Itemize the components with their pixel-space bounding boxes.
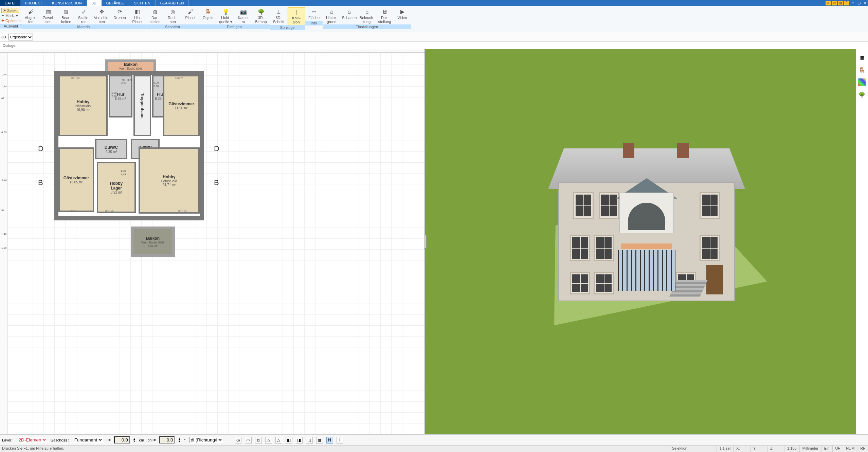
help-icon[interactable]: ? (844, 1, 849, 5)
room-gaeste-r[interactable]: Gästezimmer11,96 m² (163, 75, 200, 136)
kamera-label: Kame- ra (238, 16, 249, 24)
phi-step-down[interactable]: ▼ (178, 440, 181, 442)
ribbon-bearbeiten[interactable]: ▨Bear- beiten (57, 7, 75, 24)
bitmap3d-icon: 🌳 (257, 8, 265, 16)
ribbon-bitmap3d[interactable]: 🌳3D- Bitmap (252, 7, 270, 24)
room-lager[interactable]: Hobby Lager8,92 m² (97, 162, 136, 213)
flaeche-label: Fläche (308, 16, 320, 20)
ribbon-flaeche[interactable]: ▭Fläche (305, 7, 323, 21)
dim-v1: 1,44 (1, 73, 7, 76)
ribbon-zuweisen[interactable]: ▧Zuwei- sen (40, 7, 57, 24)
pinsel-label: Pinsel (185, 16, 196, 20)
ribbon-pinsel[interactable]: 🖌Pinsel (182, 7, 199, 24)
status-bar: Drücken Sie F1, um Hilfe zu erhalten. Se… (0, 445, 868, 452)
menu-sichten[interactable]: SICHTEN (129, 0, 155, 6)
ribbon-video[interactable]: ▶Video (394, 7, 411, 24)
ribbon-hintergrund[interactable]: ⌂Hinter- grund (323, 7, 341, 24)
clock-icon[interactable]: ◷ (235, 437, 241, 444)
menu-bearbeiten[interactable]: BEARBEITEN (156, 0, 189, 6)
ribbon-verschieben[interactable]: ✥Verschie- ben (93, 7, 111, 24)
floorplan: HobbyNähstudio19,90 m² Flur6,85 m² Trepp… (54, 71, 204, 220)
room-gaeste-l[interactable]: Gästezimmer13,85 m² (58, 147, 94, 212)
menu-konstruktion[interactable]: KONSTRUKTION (47, 0, 87, 6)
screen-icon[interactable]: ▭ (245, 437, 252, 444)
room-balkon-bot[interactable]: Balkon Wohnfläche 50% 4,51 m² (131, 227, 175, 257)
optionen-button[interactable]: ✚ Optionen (1, 19, 21, 23)
phi-input[interactable] (159, 436, 175, 444)
status-uf: UF (832, 446, 843, 452)
mark-dropdown[interactable]: ✦ Mark. ▾ (1, 14, 18, 18)
menu-gelaende[interactable]: GELÄNDE (102, 0, 129, 6)
ribbon-kollision[interactable]: ‖Kolli- sion (288, 7, 305, 25)
ribbon-drehen[interactable]: ⟳Drehen (111, 7, 129, 24)
ribbon-schatten2[interactable]: ⌂Schatten (341, 7, 358, 24)
room-hobby1[interactable]: HobbyNähstudio19,90 m² (58, 75, 108, 136)
group-g-einfuegen: Einfügen (199, 24, 270, 29)
grid-icon[interactable]: ▦ (316, 437, 323, 444)
menu-datei[interactable]: DATEI (0, 0, 20, 6)
status-z: Z: (767, 446, 784, 452)
zuweisen-icon: ▧ (44, 8, 53, 16)
ribbon-objekt[interactable]: 🪑Objekt (199, 7, 217, 24)
ribbon-kamera[interactable]: 📷Kame- ra (235, 7, 252, 24)
ribbon-rechnen[interactable]: ◎Rech- nen (164, 7, 182, 24)
menu-3d[interactable]: 3D (87, 0, 102, 6)
geschoss-select[interactable]: Fundament (73, 437, 103, 443)
tool-icon-2[interactable]: ▭ (832, 1, 837, 5)
house-model (551, 138, 742, 315)
splitter-handle[interactable] (424, 235, 427, 249)
hinpinsel-label: Hin. Pinsel (132, 16, 143, 24)
ribbon-hinpinsel[interactable]: ◧Hin. Pinsel (129, 7, 146, 24)
minimize-icon[interactable]: ━ (850, 1, 855, 5)
l-input[interactable] (114, 436, 130, 444)
ribbon-lichtquelle[interactable]: 💡Licht- quelle ▾ (217, 7, 235, 24)
group-icon[interactable]: ⧉ (255, 437, 262, 444)
select-button[interactable]: ➤ Selekt (1, 8, 19, 13)
room-duwc1[interactable]: Du/WC4,20 m² (95, 139, 127, 159)
poly-icon[interactable]: △ (275, 437, 282, 444)
box-icon[interactable]: ◫ (306, 437, 313, 444)
maximize-icon[interactable]: ▢ (856, 1, 862, 5)
brh-1: BRH 70 (71, 77, 80, 79)
balcony-3d (621, 243, 672, 249)
menu-projekt[interactable]: PROJEKT (20, 0, 48, 6)
layer-select[interactable]: 2D-Elemen (17, 437, 47, 443)
darstellung-icon: 🖥 (381, 8, 389, 16)
layers3-icon[interactable]: ◨ (296, 437, 303, 444)
ribbon-darstellung[interactable]: 🖥Dar- stellung (376, 7, 394, 24)
house-icon[interactable]: ⌂ (265, 437, 272, 444)
bottom-toolbar: Layer : 2D-Elemen Geschoss : Fundament l… (0, 434, 868, 445)
chair-icon[interactable]: 🪑 (858, 66, 866, 74)
tool-icon-1[interactable]: ✕ (826, 1, 831, 5)
flaeche-icon: ▭ (310, 8, 318, 16)
ribbon-darstellen[interactable]: ◍Dar- stellen (146, 7, 164, 24)
ribbon-skalieren[interactable]: ⤢Skalie- ren (75, 7, 93, 24)
layers-icon[interactable]: ≣ (858, 54, 866, 61)
close-icon[interactable]: ✕ (862, 1, 868, 5)
dim-v4: 4,99 (1, 131, 7, 134)
ribbon-schnitt3d[interactable]: ⟂3D- Schnitt (270, 7, 288, 25)
l-step-down[interactable]: ▼ (133, 440, 136, 442)
rechnen-icon: ◎ (169, 8, 177, 16)
room-hobby2[interactable]: HobbyFotostudio24,71 m² (139, 147, 200, 214)
status-num: NUM (843, 446, 857, 452)
floorplan-view[interactable]: 1,44 1,44 61 4,99 4,93 51 1,46 1,36 Balk… (0, 49, 425, 434)
3d-view[interactable]: ≣ 🪑 🌳 (425, 49, 868, 434)
kollision-icon: ‖ (292, 8, 301, 16)
drehen-label: Drehen (114, 16, 126, 20)
ribbon-abgreifen[interactable]: 🖌Abgrei- fen (22, 7, 40, 24)
video-icon: ▶ (398, 8, 406, 16)
n-toggle[interactable]: N (326, 437, 333, 444)
dim-v5: 4,93 (1, 178, 7, 181)
dl-select[interactable]: dl (Richtung/Di (189, 437, 223, 443)
ribbon-beleuchtung[interactable]: ⌂Beleuch- tung (358, 7, 376, 24)
palette-icon[interactable] (858, 78, 866, 86)
hintergrund-label: Hinter- grund (326, 16, 337, 24)
info-icon[interactable]: i (337, 437, 343, 444)
tree-icon[interactable]: 🌳 (858, 91, 866, 98)
room-treppenhaus[interactable]: Treppenhaus (133, 75, 151, 136)
urgelaende-select[interactable]: Urgelände (8, 34, 33, 40)
dialoge-bar: Dialoge: (0, 42, 868, 49)
layers2-icon[interactable]: ◧ (286, 437, 292, 444)
tool-icon-3[interactable]: ▦ (838, 1, 843, 5)
